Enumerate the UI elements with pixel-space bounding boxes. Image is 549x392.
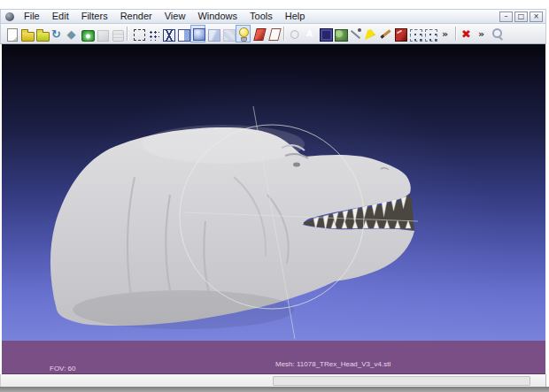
menu-view[interactable]: View (159, 10, 192, 23)
3d-viewport[interactable] (2, 44, 545, 341)
smooth-shading-icon[interactable] (190, 25, 205, 42)
menubar: FileEditFiltersRenderViewWindowsToolsHel… (0, 9, 546, 24)
search-icon[interactable] (489, 25, 504, 42)
progress-bar (273, 376, 530, 386)
mdi-close-button[interactable]: × (530, 12, 543, 22)
mesh-name-readout: Mesh: 11078_TRex_Head_V3_v4.stl (275, 360, 390, 369)
backface-cull-icon[interactable] (251, 25, 266, 42)
texture-render-icon[interactable] (220, 25, 236, 42)
background-grid-icon[interactable] (332, 25, 347, 42)
mdi-minimize-button[interactable]: – (499, 12, 513, 22)
raster-layers-icon[interactable] (109, 25, 124, 42)
menu-help[interactable]: Help (279, 10, 312, 23)
meshlab-window: FileEditFiltersRenderViewWindowsToolsHel… (0, 0, 549, 392)
save-mesh-icon[interactable]: ◆ (64, 25, 79, 42)
menu-render[interactable]: Render (114, 10, 159, 23)
points-render-icon[interactable] (145, 25, 160, 42)
select-vertices-icon[interactable] (407, 25, 422, 42)
open-project-icon[interactable] (19, 25, 34, 42)
toolbar: ↻◆○A»✖» (0, 24, 546, 44)
delete-selection-icon[interactable]: ✖ (459, 25, 474, 42)
toolbar-separator (127, 27, 128, 41)
trex-head-mesh (2, 44, 545, 341)
select-faces-icon[interactable] (422, 25, 437, 42)
edit-overflow-icon[interactable]: » (474, 25, 489, 42)
shader-icon[interactable] (317, 25, 332, 42)
paintbrush-edit-icon[interactable] (377, 25, 392, 42)
statusbar (0, 374, 546, 387)
mdi-restore-button[interactable]: □ (514, 12, 528, 22)
info-probe-icon[interactable] (347, 25, 362, 42)
hidden-lines-icon[interactable] (175, 25, 190, 42)
menu-windows[interactable]: Windows (191, 10, 244, 23)
flat-shading-icon[interactable] (205, 25, 220, 42)
menubar-items: FileEditFiltersRenderViewWindowsToolsHel… (18, 10, 311, 23)
bbox-render-icon[interactable] (130, 25, 145, 42)
reload-mesh-icon[interactable]: ↻ (49, 25, 64, 42)
yellow-pen-edit-icon[interactable] (362, 25, 377, 42)
light-toggle-icon[interactable] (236, 25, 251, 42)
decorators-icon[interactable]: A (302, 25, 317, 42)
meshlab-app-icon (5, 12, 14, 21)
taskbar-edge (0, 387, 549, 392)
snapshot-icon[interactable] (79, 25, 94, 42)
doubleside-light-icon[interactable] (266, 25, 281, 42)
trex-eye (293, 163, 300, 167)
import-mesh-icon[interactable] (34, 25, 49, 42)
toolbar-overflow-icon[interactable]: » (437, 25, 452, 42)
menu-filters[interactable]: Filters (75, 10, 114, 23)
show-layers-icon[interactable] (94, 25, 109, 42)
menu-file[interactable]: File (18, 10, 46, 23)
menu-tools[interactable]: Tools (244, 10, 279, 23)
wireframe-render-icon[interactable] (160, 25, 175, 42)
mdi-controls: –□× (498, 12, 543, 22)
trackball-toggle-icon[interactable]: ○ (287, 25, 302, 42)
new-project-icon[interactable] (4, 25, 19, 42)
toolbar-separator (283, 27, 284, 41)
zpainting-icon[interactable] (392, 25, 407, 42)
toolbar-separator (455, 27, 456, 41)
fov-readout: FOV: 60 (50, 364, 83, 373)
menu-edit[interactable]: Edit (46, 10, 75, 23)
viewport-info-strip: FOV: 60 FPS: 28.1 Mesh: 11078_TRex_Head_… (2, 341, 545, 374)
